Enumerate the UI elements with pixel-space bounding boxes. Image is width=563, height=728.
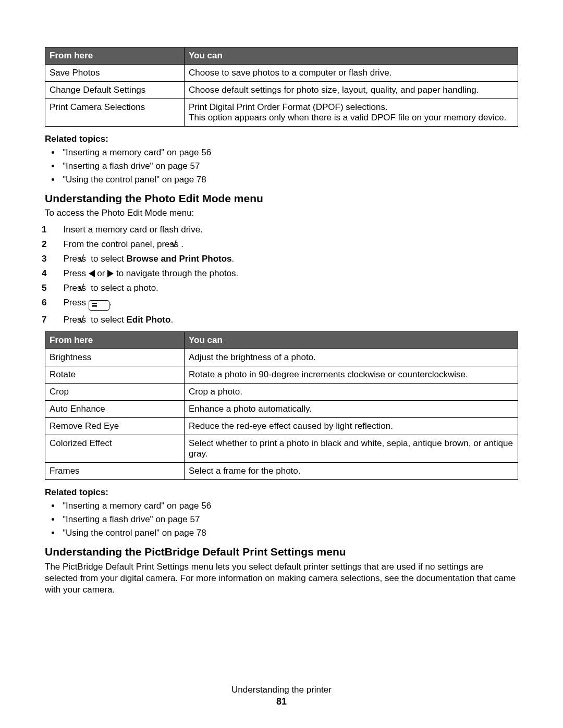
step-3-text-a: Press <box>63 254 88 264</box>
related-topics-list-1: "Inserting a memory card" on page 56 "In… <box>45 147 518 185</box>
menu-button-icon <box>89 300 109 311</box>
footer-title: Understanding the printer <box>0 685 563 695</box>
table1-header-from: From here <box>45 47 185 65</box>
step-5-text-b: to select a photo. <box>89 283 158 293</box>
table2-r4-from: Remove Red Eye <box>45 418 185 435</box>
step-7-dot: . <box>170 315 173 325</box>
section-intro: To access the Photo Edit Mode menu: <box>45 208 518 218</box>
table2-header-from: From here <box>45 332 185 349</box>
table2-r3-you: Enhance a photo automatically. <box>185 401 518 418</box>
step-7: 7 Press √ to select Edit Photo. <box>51 315 518 325</box>
step-6-dot: . <box>109 298 112 307</box>
table1-r1-from: Change Default Settings <box>45 82 185 99</box>
steps-list: 1 Insert a memory card or flash drive. 2… <box>45 225 518 325</box>
table2-header-you: You can <box>185 332 518 349</box>
step-2-dot: . <box>181 239 183 249</box>
pictbridge-paragraph: The PictBridge Default Print Settings me… <box>45 561 518 596</box>
table-row: Frames Select a frame for the photo. <box>45 463 518 480</box>
related-topics-heading-2: Related topics: <box>45 487 518 498</box>
menu-table-1: From here You can Save Photos Choose to … <box>45 47 518 127</box>
page-number: 81 <box>0 696 563 707</box>
table2-r5-from: Colorized Effect <box>45 435 185 463</box>
step-3-bold: Browse and Print Photos <box>126 254 231 264</box>
list-item: "Inserting a memory card" on page 56 <box>60 147 518 158</box>
step-7-bold: Edit Photo <box>126 315 170 325</box>
table-row: Remove Red Eye Reduce the red-eye effect… <box>45 418 518 435</box>
table-row: Colorized Effect Select whether to print… <box>45 435 518 463</box>
table2-r0-from: Brightness <box>45 349 185 366</box>
table-row: Auto Enhance Enhance a photo automatical… <box>45 401 518 418</box>
step-5-text-a: Press <box>63 283 88 293</box>
step-7-text-b: to select <box>89 315 127 325</box>
section-heading-photo-edit: Understanding the Photo Edit Mode menu <box>45 192 518 205</box>
step-2-text: From the control panel, press <box>63 239 181 249</box>
menu-table-2: From here You can Brightness Adjust the … <box>45 331 518 480</box>
list-item: "Inserting a flash drive" on page 57 <box>60 161 518 171</box>
table1-r2-from: Print Camera Selections <box>45 99 185 127</box>
step-1: 1 Insert a memory card or flash drive. <box>51 225 518 235</box>
page-footer: Understanding the printer 81 <box>0 685 563 707</box>
table-row: Change Default Settings Choose default s… <box>45 82 518 99</box>
step-4-text-a: Press <box>63 268 88 278</box>
step-1-text: Insert a memory card or flash drive. <box>63 225 202 235</box>
list-item: "Inserting a memory card" on page 56 <box>60 501 518 511</box>
step-3-dot: . <box>232 254 235 264</box>
table1-r2-you: Print Digital Print Order Format (DPOF) … <box>185 99 518 127</box>
step-3: 3 Press √ to select Browse and Print Pho… <box>51 254 518 264</box>
triangle-left-icon <box>89 270 95 277</box>
step-5: 5 Press √ to select a photo. <box>51 283 518 293</box>
table-row: Rotate Rotate a photo in 90-degree incre… <box>45 366 518 384</box>
table1-r0-from: Save Photos <box>45 65 185 82</box>
table2-r1-from: Rotate <box>45 366 185 384</box>
list-item: "Using the control panel" on page 78 <box>60 175 518 185</box>
document-page: From here You can Save Photos Choose to … <box>0 0 563 728</box>
table2-r0-you: Adjust the brightness of a photo. <box>185 349 518 366</box>
table-row: Brightness Adjust the brightness of a ph… <box>45 349 518 366</box>
table-row: Save Photos Choose to save photos to a c… <box>45 65 518 82</box>
step-4: 4 Press or to navigate through the photo… <box>51 268 518 279</box>
related-topics-list-2: "Inserting a memory card" on page 56 "In… <box>45 501 518 538</box>
table2-r4-you: Reduce the red-eye effect caused by ligh… <box>185 418 518 435</box>
step-6-text-a: Press <box>63 298 88 307</box>
step-3-text-b: to select <box>89 254 127 264</box>
table2-r1-you: Rotate a photo in 90-degree increments c… <box>185 366 518 384</box>
section-heading-pictbridge: Understanding the PictBridge Default Pri… <box>45 546 518 558</box>
step-2: 2 From the control panel, press √. <box>51 239 518 250</box>
step-4-text-b: or <box>95 268 108 278</box>
table1-r0-you: Choose to save photos to a computer or f… <box>185 65 518 82</box>
table2-r2-from: Crop <box>45 384 185 401</box>
related-topics-heading-1: Related topics: <box>45 134 518 144</box>
table-row: Print Camera Selections Print Digital Pr… <box>45 99 518 127</box>
list-item: "Using the control panel" on page 78 <box>60 528 518 538</box>
table-row: Crop Crop a photo. <box>45 384 518 401</box>
list-item: "Inserting a flash drive" on page 57 <box>60 514 518 525</box>
step-4-text-c: to navigate through the photos. <box>114 268 238 278</box>
table2-r3-from: Auto Enhance <box>45 401 185 418</box>
table1-r1-you: Choose default settings for photo size, … <box>185 82 518 99</box>
table2-r6-you: Select a frame for the photo. <box>185 463 518 480</box>
table2-r5-you: Select whether to print a photo in black… <box>185 435 518 463</box>
table2-r2-you: Crop a photo. <box>185 384 518 401</box>
step-6: 6 Press . <box>51 298 518 311</box>
table1-header-you: You can <box>185 47 518 65</box>
triangle-right-icon <box>107 270 114 277</box>
step-7-text-a: Press <box>63 315 88 325</box>
table2-r6-from: Frames <box>45 463 185 480</box>
